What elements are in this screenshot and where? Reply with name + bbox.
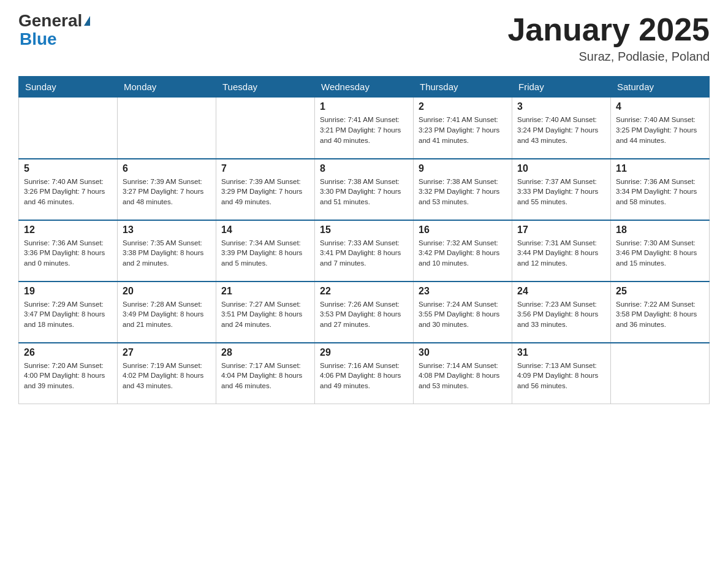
day-number: 13	[123, 224, 211, 236]
calendar-cell: 26Sunrise: 7:20 AM Sunset: 4:00 PM Dayli…	[19, 343, 118, 404]
calendar-cell: 16Sunrise: 7:32 AM Sunset: 3:42 PM Dayli…	[414, 220, 512, 282]
calendar-cell: 20Sunrise: 7:28 AM Sunset: 3:49 PM Dayli…	[118, 282, 216, 343]
day-number: 11	[616, 163, 704, 174]
day-number: 30	[419, 347, 507, 358]
calendar-week-row: 1Sunrise: 7:41 AM Sunset: 3:21 PM Daylig…	[19, 98, 710, 159]
day-number: 15	[320, 224, 408, 236]
calendar-cell	[611, 343, 710, 404]
logo-triangle-icon	[84, 16, 90, 26]
calendar-cell: 27Sunrise: 7:19 AM Sunset: 4:02 PM Dayli…	[118, 343, 216, 404]
day-number: 27	[123, 347, 211, 358]
calendar-week-row: 5Sunrise: 7:40 AM Sunset: 3:26 PM Daylig…	[19, 159, 710, 220]
day-number: 8	[320, 163, 408, 174]
day-info: Sunrise: 7:33 AM Sunset: 3:41 PM Dayligh…	[320, 238, 408, 269]
calendar-cell: 12Sunrise: 7:36 AM Sunset: 3:36 PM Dayli…	[19, 220, 118, 282]
day-number: 29	[320, 347, 408, 358]
calendar-cell: 14Sunrise: 7:34 AM Sunset: 3:39 PM Dayli…	[216, 220, 315, 282]
day-info: Sunrise: 7:37 AM Sunset: 3:33 PM Dayligh…	[517, 177, 605, 207]
calendar-cell: 22Sunrise: 7:26 AM Sunset: 3:53 PM Dayli…	[315, 282, 414, 343]
day-info: Sunrise: 7:40 AM Sunset: 3:24 PM Dayligh…	[517, 115, 605, 145]
day-info: Sunrise: 7:40 AM Sunset: 3:26 PM Dayligh…	[24, 177, 112, 207]
day-number: 10	[517, 163, 605, 174]
column-header-wednesday: Wednesday	[315, 77, 414, 98]
calendar-cell: 19Sunrise: 7:29 AM Sunset: 3:47 PM Dayli…	[19, 282, 118, 343]
day-number: 2	[419, 101, 507, 112]
calendar-cell: 29Sunrise: 7:16 AM Sunset: 4:06 PM Dayli…	[315, 343, 414, 404]
calendar-cell: 3Sunrise: 7:40 AM Sunset: 3:24 PM Daylig…	[512, 98, 611, 159]
page-header: General Blue January 2025 Suraz, Podlasi…	[18, 12, 710, 64]
column-header-monday: Monday	[118, 77, 216, 98]
day-number: 28	[221, 347, 309, 358]
logo: General Blue	[18, 12, 91, 49]
day-info: Sunrise: 7:39 AM Sunset: 3:27 PM Dayligh…	[123, 177, 211, 207]
day-number: 24	[517, 286, 605, 297]
day-info: Sunrise: 7:27 AM Sunset: 3:51 PM Dayligh…	[221, 299, 309, 330]
day-number: 17	[517, 224, 605, 236]
day-info: Sunrise: 7:16 AM Sunset: 4:06 PM Dayligh…	[320, 361, 408, 391]
calendar-cell: 18Sunrise: 7:30 AM Sunset: 3:46 PM Dayli…	[611, 220, 710, 282]
calendar-week-row: 19Sunrise: 7:29 AM Sunset: 3:47 PM Dayli…	[19, 282, 710, 343]
day-number: 26	[24, 347, 112, 358]
day-number: 5	[24, 163, 112, 174]
day-info: Sunrise: 7:13 AM Sunset: 4:09 PM Dayligh…	[517, 361, 605, 391]
day-info: Sunrise: 7:32 AM Sunset: 3:42 PM Dayligh…	[419, 238, 507, 269]
day-info: Sunrise: 7:38 AM Sunset: 3:30 PM Dayligh…	[320, 177, 408, 207]
day-number: 21	[221, 286, 309, 297]
calendar-cell	[19, 98, 118, 159]
calendar-cell: 31Sunrise: 7:13 AM Sunset: 4:09 PM Dayli…	[512, 343, 611, 404]
calendar-header-row: SundayMondayTuesdayWednesdayThursdayFrid…	[19, 77, 710, 98]
day-number: 4	[616, 101, 704, 112]
day-info: Sunrise: 7:28 AM Sunset: 3:49 PM Dayligh…	[123, 299, 211, 330]
day-info: Sunrise: 7:41 AM Sunset: 3:21 PM Dayligh…	[320, 115, 408, 145]
column-header-tuesday: Tuesday	[216, 77, 315, 98]
calendar-cell: 10Sunrise: 7:37 AM Sunset: 3:33 PM Dayli…	[512, 159, 611, 220]
day-info: Sunrise: 7:41 AM Sunset: 3:23 PM Dayligh…	[419, 115, 507, 145]
title-section: January 2025 Suraz, Podlasie, Poland	[507, 12, 710, 64]
calendar-cell: 9Sunrise: 7:38 AM Sunset: 3:32 PM Daylig…	[414, 159, 512, 220]
column-header-friday: Friday	[512, 77, 611, 98]
calendar-week-row: 26Sunrise: 7:20 AM Sunset: 4:00 PM Dayli…	[19, 343, 710, 404]
calendar-cell	[118, 98, 216, 159]
calendar-cell: 17Sunrise: 7:31 AM Sunset: 3:44 PM Dayli…	[512, 220, 611, 282]
column-header-sunday: Sunday	[19, 77, 118, 98]
day-info: Sunrise: 7:38 AM Sunset: 3:32 PM Dayligh…	[419, 177, 507, 207]
calendar-cell: 13Sunrise: 7:35 AM Sunset: 3:38 PM Dayli…	[118, 220, 216, 282]
day-info: Sunrise: 7:36 AM Sunset: 3:34 PM Dayligh…	[616, 177, 704, 207]
day-info: Sunrise: 7:40 AM Sunset: 3:25 PM Dayligh…	[616, 115, 704, 145]
day-info: Sunrise: 7:31 AM Sunset: 3:44 PM Dayligh…	[517, 238, 605, 269]
column-header-thursday: Thursday	[414, 77, 512, 98]
calendar-cell: 21Sunrise: 7:27 AM Sunset: 3:51 PM Dayli…	[216, 282, 315, 343]
day-info: Sunrise: 7:39 AM Sunset: 3:29 PM Dayligh…	[221, 177, 309, 207]
day-info: Sunrise: 7:24 AM Sunset: 3:55 PM Dayligh…	[419, 299, 507, 330]
calendar-cell: 6Sunrise: 7:39 AM Sunset: 3:27 PM Daylig…	[118, 159, 216, 220]
calendar-cell: 15Sunrise: 7:33 AM Sunset: 3:41 PM Dayli…	[315, 220, 414, 282]
day-info: Sunrise: 7:34 AM Sunset: 3:39 PM Dayligh…	[221, 238, 309, 269]
day-info: Sunrise: 7:35 AM Sunset: 3:38 PM Dayligh…	[123, 238, 211, 269]
day-info: Sunrise: 7:23 AM Sunset: 3:56 PM Dayligh…	[517, 299, 605, 330]
calendar-cell: 8Sunrise: 7:38 AM Sunset: 3:30 PM Daylig…	[315, 159, 414, 220]
calendar-cell: 4Sunrise: 7:40 AM Sunset: 3:25 PM Daylig…	[611, 98, 710, 159]
day-number: 14	[221, 224, 309, 236]
day-number: 23	[419, 286, 507, 297]
day-info: Sunrise: 7:19 AM Sunset: 4:02 PM Dayligh…	[123, 361, 211, 391]
day-number: 25	[616, 286, 704, 297]
day-number: 1	[320, 101, 408, 112]
day-number: 9	[419, 163, 507, 174]
calendar-table: SundayMondayTuesdayWednesdayThursdayFrid…	[18, 76, 710, 404]
day-number: 16	[419, 224, 507, 236]
calendar-cell: 25Sunrise: 7:22 AM Sunset: 3:58 PM Dayli…	[611, 282, 710, 343]
calendar-cell: 23Sunrise: 7:24 AM Sunset: 3:55 PM Dayli…	[414, 282, 512, 343]
logo-general-text: General	[18, 12, 82, 29]
calendar-cell: 5Sunrise: 7:40 AM Sunset: 3:26 PM Daylig…	[19, 159, 118, 220]
day-number: 22	[320, 286, 408, 297]
calendar-cell: 11Sunrise: 7:36 AM Sunset: 3:34 PM Dayli…	[611, 159, 710, 220]
day-number: 12	[24, 224, 112, 236]
logo-blue-text: Blue	[20, 29, 57, 49]
calendar-cell: 30Sunrise: 7:14 AM Sunset: 4:08 PM Dayli…	[414, 343, 512, 404]
day-info: Sunrise: 7:36 AM Sunset: 3:36 PM Dayligh…	[24, 238, 112, 269]
calendar-cell: 24Sunrise: 7:23 AM Sunset: 3:56 PM Dayli…	[512, 282, 611, 343]
calendar-cell: 28Sunrise: 7:17 AM Sunset: 4:04 PM Dayli…	[216, 343, 315, 404]
month-title: January 2025	[507, 12, 710, 47]
day-number: 6	[123, 163, 211, 174]
day-info: Sunrise: 7:22 AM Sunset: 3:58 PM Dayligh…	[616, 299, 704, 330]
